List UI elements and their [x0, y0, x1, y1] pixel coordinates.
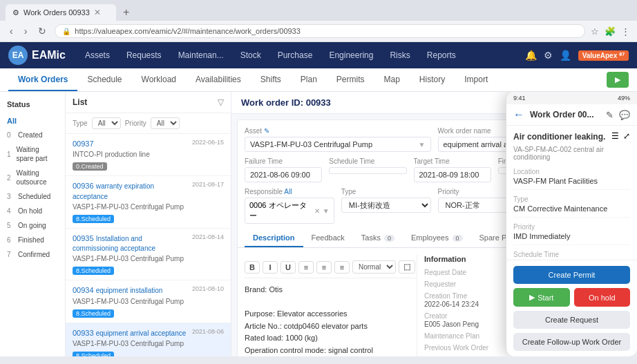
- mobile-header-icons: ✎ 💬: [606, 110, 630, 120]
- list-panel: List ▽ Type All Priority All 00937 2022-…: [66, 92, 231, 356]
- responsible-all-link[interactable]: All: [284, 188, 292, 195]
- mobile-edit-icon[interactable]: ✎: [606, 110, 614, 120]
- sub-nav-permits[interactable]: Permits: [327, 69, 374, 91]
- responsible-label: Responsible All: [245, 188, 334, 195]
- new-wo-button[interactable]: ▶: [607, 72, 629, 88]
- list-item[interactable]: 00937 2022-06-15 INTCO-PI production lin…: [66, 134, 231, 176]
- schedule-time-value[interactable]: [329, 167, 406, 174]
- notification-icon[interactable]: 🔔: [525, 50, 537, 61]
- filter-icon[interactable]: ▽: [218, 97, 224, 107]
- tab-employees[interactable]: Employees 0: [403, 229, 471, 247]
- responsible-select[interactable]: 0006 オペレーター ✕ ▼: [245, 198, 334, 224]
- wo-date: 2021-08-06: [192, 328, 224, 335]
- mobile-title: Work Order 00...: [530, 110, 600, 119]
- status-all[interactable]: All: [0, 114, 65, 128]
- create-followup-button[interactable]: Create Follow-up Work Order: [513, 333, 630, 351]
- nav-item-requests[interactable]: Requests: [118, 45, 170, 66]
- status-item-0[interactable]: 0 Created: [0, 128, 65, 142]
- mobile-share-icon[interactable]: 💬: [619, 110, 630, 120]
- browser-tab[interactable]: ⚙ Work Orders 00933 ✕: [6, 4, 116, 21]
- bookmark-icon[interactable]: ☆: [591, 26, 599, 37]
- target-time-value[interactable]: 2021-08-09 18:00: [414, 167, 491, 182]
- list-item[interactable]: 00936 warranty expiration acceptance 202…: [66, 176, 231, 229]
- status-item-3[interactable]: 3 Scheduled: [0, 189, 65, 204]
- tab-feedback[interactable]: Feedback: [303, 229, 353, 247]
- mobile-header: ← Work Order 00... ✎ 💬: [506, 104, 637, 126]
- failure-time-value[interactable]: 2021-08-06 09:00: [245, 167, 322, 182]
- nav-item-stock[interactable]: Stock: [232, 45, 269, 66]
- type-select[interactable]: MI-技術改造: [341, 198, 431, 213]
- italic-button[interactable]: I: [263, 261, 278, 274]
- nav-item-maintenance[interactable]: Maintenan...: [170, 45, 232, 66]
- bold-button[interactable]: B: [245, 261, 260, 274]
- va-badge: ValueApex ⁸⁷: [578, 50, 629, 61]
- asset-field: Asset ✎ VASP1-FM-PU-03 Centrifugal Pump …: [245, 127, 431, 152]
- align-button[interactable]: ≡: [334, 261, 350, 274]
- forward-button[interactable]: ›: [21, 24, 30, 38]
- filter-type-select[interactable]: All: [92, 117, 121, 129]
- list2-button[interactable]: ≡: [316, 261, 332, 274]
- settings-icon[interactable]: ⚙: [544, 50, 553, 61]
- list-item[interactable]: 00935 Installation and commissioning acc…: [66, 229, 231, 281]
- wo-id-name: 00934 equipment installation: [73, 285, 189, 295]
- back-button[interactable]: ‹: [7, 24, 16, 38]
- status-item-4[interactable]: 4 On hold: [0, 204, 65, 218]
- sub-nav-availabilities[interactable]: Availabilities: [186, 69, 251, 91]
- sub-nav-map[interactable]: Map: [374, 69, 410, 91]
- nav-item-purchase[interactable]: Purchase: [269, 45, 321, 66]
- on-hold-button[interactable]: On hold: [574, 288, 631, 307]
- menu-icon[interactable]: ⋮: [621, 26, 630, 37]
- status-item-2[interactable]: 2 Waiting outsource: [0, 166, 65, 189]
- nav-item-reports[interactable]: Reports: [419, 45, 464, 66]
- sub-nav-workload[interactable]: Workload: [132, 69, 186, 91]
- status-num-4: 4: [7, 207, 14, 215]
- status-item-5[interactable]: 5 On going: [0, 218, 65, 233]
- reload-button[interactable]: ↻: [35, 24, 49, 38]
- mobile-list-icon[interactable]: ☰: [611, 131, 619, 141]
- editor-toolbar: B I U ≡ ≡ ≡ Normal ⬚: [245, 255, 417, 278]
- mobile-back-button[interactable]: ←: [513, 108, 524, 121]
- underline-button[interactable]: U: [281, 261, 296, 274]
- list-title: List: [73, 97, 87, 107]
- list-item-active[interactable]: 00933 equipment arrival acceptance 2021-…: [66, 323, 231, 356]
- status-item-7[interactable]: 7 Confirmed: [0, 247, 65, 262]
- start-button[interactable]: ▶ Start: [513, 288, 570, 307]
- create-request-button[interactable]: Create Request: [513, 311, 630, 329]
- create-permit-button[interactable]: Create Permit: [513, 266, 630, 284]
- filter-row: Type All Priority All: [66, 113, 231, 134]
- filter-priority-select[interactable]: All: [151, 117, 180, 129]
- wo-date: 2021-08-10: [192, 285, 224, 292]
- font-size-select[interactable]: Normal: [352, 260, 396, 274]
- sub-nav-work-orders[interactable]: Work Orders: [8, 69, 77, 91]
- extensions-icon[interactable]: 🧩: [605, 26, 616, 37]
- nav-item-risks[interactable]: Risks: [381, 45, 418, 66]
- sub-nav-history[interactable]: History: [410, 69, 455, 91]
- tab-close-button[interactable]: ✕: [94, 8, 101, 17]
- tab-description[interactable]: Description: [245, 229, 303, 247]
- tab-tasks[interactable]: Tasks 0: [353, 229, 403, 247]
- wo-badge: 8.Scheduled: [73, 215, 114, 223]
- nav-item-engineering[interactable]: Engineering: [321, 45, 381, 66]
- sub-nav-import[interactable]: Import: [455, 69, 497, 91]
- mobile-field-priority: Priority IMD Immediately: [513, 223, 630, 245]
- user-icon[interactable]: 👤: [560, 50, 571, 61]
- list-button[interactable]: ≡: [298, 261, 314, 274]
- table-button[interactable]: ⬚: [399, 260, 415, 274]
- status-item-1[interactable]: 1 Waiting spare part: [0, 142, 65, 166]
- tab-title: Work Orders 00933: [23, 8, 90, 17]
- sub-nav-shifts[interactable]: Shifts: [251, 69, 291, 91]
- sub-nav-plan[interactable]: Plan: [291, 69, 327, 91]
- new-tab-button[interactable]: +: [119, 6, 133, 19]
- list-item[interactable]: 00934 equipment installation 2021-08-10 …: [66, 280, 231, 323]
- asset-edit-link[interactable]: ✎: [264, 127, 269, 135]
- sub-nav-schedule[interactable]: Schedule: [77, 69, 131, 91]
- status-item-6[interactable]: 6 Finished: [0, 233, 65, 247]
- mobile-view-icons: ☰ ⤢: [611, 131, 630, 141]
- url-input[interactable]: 🔒 https://valueapex.com/eamic/v2/#/maint…: [55, 24, 585, 38]
- nav-item-assets[interactable]: Assets: [77, 45, 118, 66]
- mobile-expand-icon[interactable]: ⤢: [623, 131, 630, 141]
- wo-badge: 0.Created: [73, 162, 107, 171]
- asset-value[interactable]: VASP1-FM-PU-03 Centrifugal Pump ▼: [245, 137, 431, 152]
- resp-clear-icon[interactable]: ✕: [314, 207, 320, 215]
- mobile-field-schedule-time: Schedule Time 23/11/2021, 06:00: [513, 251, 630, 260]
